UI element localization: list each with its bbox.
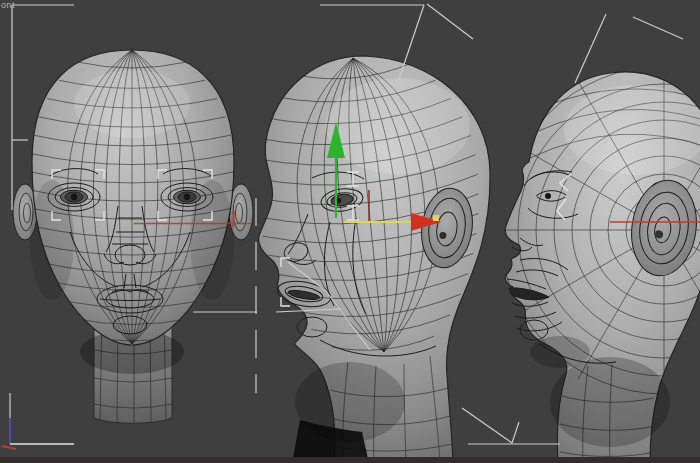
red-tick-ear: [233, 211, 234, 227]
3d-viewport[interactable]: ont: [0, 0, 700, 463]
gizmo-end-handle[interactable]: [433, 215, 439, 221]
viewport-label: ont: [1, 0, 15, 10]
viewport-bottom-edge: [0, 457, 700, 463]
